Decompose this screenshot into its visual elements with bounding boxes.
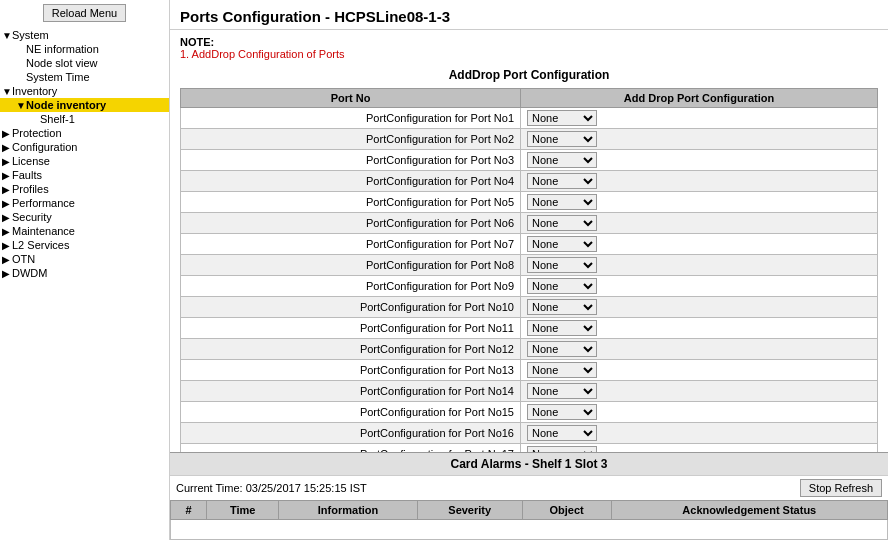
port-select[interactable]: None Add Drop [527,383,597,399]
sidebar-item-configuration[interactable]: ▶Configuration [0,140,169,154]
alarm-thead: #TimeInformationSeverityObjectAcknowledg… [171,501,888,520]
note-block: NOTE: 1. AddDrop Configuration of Ports [180,36,878,60]
sidebar-item-system[interactable]: ▼System [0,28,169,42]
reload-button-wrap: Reload Menu [0,0,169,26]
port-select-cell: None Add Drop [521,444,878,453]
sidebar-item-security[interactable]: ▶Security [0,210,169,224]
current-time-value: 03/25/2017 15:25:15 IST [246,482,367,494]
note-text: 1. AddDrop Configuration of Ports [180,48,344,60]
expand-icon: ▼ [2,86,12,97]
sidebar-item-label: NE information [26,43,99,55]
port-select[interactable]: None Add Drop [527,257,597,273]
section-title: AddDrop Port Configuration [180,68,878,82]
port-select[interactable]: None Add Drop [527,131,597,147]
expand-icon: ▶ [2,142,12,153]
port-select[interactable]: None Add Drop [527,110,597,126]
port-select-cell: None Add Drop [521,234,878,255]
expand-icon: ▶ [2,170,12,181]
port-select-cell: None Add Drop [521,339,878,360]
config-table: Port No Add Drop Port Configuration Port… [180,88,878,452]
sidebar-item-label: Performance [12,197,75,209]
sidebar-item-label: Maintenance [12,225,75,237]
sidebar-item-license[interactable]: ▶License [0,154,169,168]
alarm-col-header: Information [279,501,417,520]
port-select[interactable]: None Add Drop [527,299,597,315]
port-select[interactable]: None Add Drop [527,215,597,231]
port-select[interactable]: None Add Drop [527,173,597,189]
reload-menu-button[interactable]: Reload Menu [43,4,126,22]
alarm-tbody [171,520,888,540]
sidebar-item-l2-services[interactable]: ▶L2 Services [0,238,169,252]
port-label: PortConfiguration for Port No12 [181,339,521,360]
expand-icon: ▶ [2,184,12,195]
stop-refresh-button[interactable]: Stop Refresh [800,479,882,497]
port-select[interactable]: None Add Drop [527,341,597,357]
sidebar-item-shelf-1[interactable]: Shelf-1 [0,112,169,126]
table-row: PortConfiguration for Port No12 None Add… [181,339,878,360]
sidebar-item-label: Security [12,211,52,223]
sidebar-item-ne-information[interactable]: NE information [0,42,169,56]
port-select[interactable]: None Add Drop [527,194,597,210]
sidebar-item-faults[interactable]: ▶Faults [0,168,169,182]
port-select-cell: None Add Drop [521,423,878,444]
sidebar-item-maintenance[interactable]: ▶Maintenance [0,224,169,238]
expand-icon: ▼ [16,100,26,111]
col-add-drop: Add Drop Port Configuration [521,89,878,108]
sidebar-item-label: Node inventory [26,99,106,111]
port-select[interactable]: None Add Drop [527,278,597,294]
alarm-table: #TimeInformationSeverityObjectAcknowledg… [170,500,888,540]
sidebar: Reload Menu ▼SystemNE informationNode sl… [0,0,170,540]
sidebar-item-protection[interactable]: ▶Protection [0,126,169,140]
sidebar-item-node-slot-view[interactable]: Node slot view [0,56,169,70]
port-label: PortConfiguration for Port No17 [181,444,521,453]
note-label: NOTE: [180,36,214,48]
port-label: PortConfiguration for Port No13 [181,360,521,381]
table-row: PortConfiguration for Port No16 None Add… [181,423,878,444]
sidebar-item-performance[interactable]: ▶Performance [0,196,169,210]
port-label: PortConfiguration for Port No2 [181,129,521,150]
port-label: PortConfiguration for Port No16 [181,423,521,444]
table-row: PortConfiguration for Port No1 None Add … [181,108,878,129]
sidebar-item-otn[interactable]: ▶OTN [0,252,169,266]
sidebar-item-label: L2 Services [12,239,69,251]
table-row: PortConfiguration for Port No7 None Add … [181,234,878,255]
port-select-cell: None Add Drop [521,381,878,402]
expand-icon: ▶ [2,254,12,265]
sidebar-item-label: Inventory [12,85,57,97]
table-row: PortConfiguration for Port No11 None Add… [181,318,878,339]
table-row: PortConfiguration for Port No15 None Add… [181,402,878,423]
port-select[interactable]: None Add Drop [527,404,597,420]
sidebar-item-system-time[interactable]: System Time [0,70,169,84]
port-label: PortConfiguration for Port No6 [181,213,521,234]
sidebar-item-dwdm[interactable]: ▶DWDM [0,266,169,280]
current-time-label: Current Time: 03/25/2017 15:25:15 IST [176,482,367,494]
sidebar-item-profiles[interactable]: ▶Profiles [0,182,169,196]
main-content: NOTE: 1. AddDrop Configuration of Ports … [170,30,888,452]
table-row: PortConfiguration for Port No5 None Add … [181,192,878,213]
page-title: Ports Configuration - HCPSLine08-1-3 [170,0,888,30]
port-select[interactable]: None Add Drop [527,425,597,441]
port-select[interactable]: None Add Drop [527,152,597,168]
port-select-cell: None Add Drop [521,192,878,213]
port-select-cell: None Add Drop [521,213,878,234]
table-row: PortConfiguration for Port No3 None Add … [181,150,878,171]
expand-icon: ▶ [2,156,12,167]
alarm-section: Card Alarms - Shelf 1 Slot 3 Current Tim… [170,452,888,540]
sidebar-item-label: DWDM [12,267,47,279]
port-label: PortConfiguration for Port No11 [181,318,521,339]
sidebar-item-inventory[interactable]: ▼Inventory [0,84,169,98]
port-select[interactable]: None Add Drop [527,236,597,252]
expand-icon: ▶ [2,240,12,251]
port-select[interactable]: None Add Drop [527,320,597,336]
current-time-prefix: Current Time: [176,482,243,494]
port-label: PortConfiguration for Port No10 [181,297,521,318]
alarm-col-header: Object [522,501,611,520]
table-row: PortConfiguration for Port No9 None Add … [181,276,878,297]
sidebar-item-node-inventory[interactable]: ▼Node inventory [0,98,169,112]
alarm-header: Card Alarms - Shelf 1 Slot 3 [170,453,888,476]
port-label: PortConfiguration for Port No8 [181,255,521,276]
port-select-cell: None Add Drop [521,297,878,318]
tree-root: ▼SystemNE informationNode slot viewSyste… [0,26,169,282]
alarm-time-row: Current Time: 03/25/2017 15:25:15 IST St… [170,476,888,500]
port-select[interactable]: None Add Drop [527,362,597,378]
